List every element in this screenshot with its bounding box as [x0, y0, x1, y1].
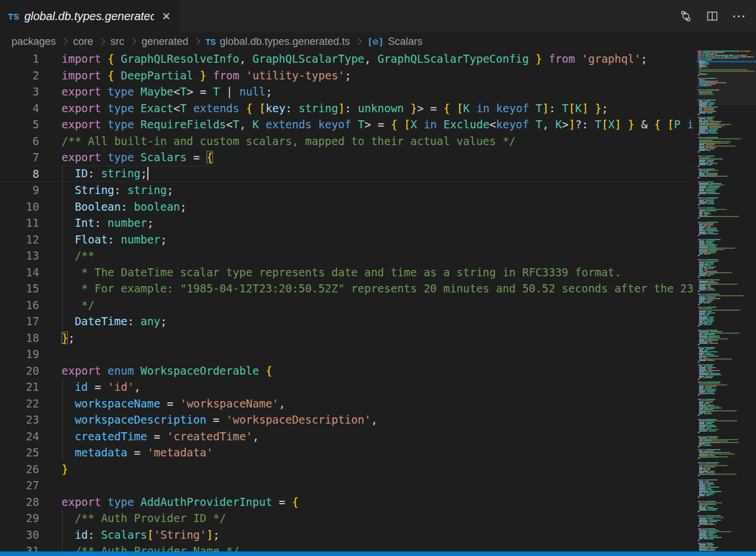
line-number: 22	[0, 397, 39, 410]
line-number: 17	[0, 315, 39, 327]
code-line-7[interactable]: 7export type Scalars = {	[0, 149, 693, 166]
code-line-29[interactable]: 29 /** Auth Provider ID */	[0, 510, 693, 527]
compare-changes-icon[interactable]	[679, 9, 693, 23]
indent-guide	[62, 527, 63, 543]
code-text: id = 'id',	[39, 380, 140, 393]
code-line-23[interactable]: 23 workspaceDescription = 'workspaceDesc…	[0, 412, 693, 428]
code-line-26[interactable]: 26}	[0, 461, 693, 478]
vscode-window: TS global.db.types.generated.ts ✕	[0, 0, 756, 556]
code-line-6[interactable]: 6/** All built-in and custom scalars, ma…	[0, 133, 693, 150]
code-text: workspaceDescription = 'workspaceDescrip…	[39, 413, 377, 426]
breadcrumb-item-symbol[interactable]: [⊘] Scalars	[367, 36, 422, 48]
code-line-3[interactable]: 3export type Maybe<T> = T | null;	[0, 83, 693, 100]
code-line-1[interactable]: 1import { GraphQLResolveInfo, GraphQLSca…	[0, 51, 693, 67]
code-line-12[interactable]: 12 Float: number;	[0, 231, 693, 248]
indent-guide	[62, 199, 63, 215]
code-text: export type Exact<T extends { [key: stri…	[39, 102, 608, 115]
code-line-4[interactable]: 4export type Exact<T extends { [key: str…	[0, 100, 693, 117]
line-number: 31	[0, 544, 39, 551]
code-line-17[interactable]: 17 DateTime: any;	[0, 313, 693, 330]
line-number: 16	[0, 299, 39, 311]
line-number: 5	[0, 118, 39, 131]
line-number: 20	[0, 364, 39, 377]
text-cursor	[147, 167, 148, 180]
status-bar[interactable]	[0, 551, 756, 556]
indent-guide	[62, 412, 63, 428]
indent-guide	[62, 166, 63, 182]
code-text: id: Scalars['String'];	[39, 528, 220, 541]
minimap-canvas[interactable]	[697, 51, 756, 551]
code-text: /** Auth Provider ID */	[39, 512, 226, 524]
indent-guide	[62, 379, 63, 395]
code-line-15[interactable]: 15 * For example: "1985-04-12T23:20:50.5…	[0, 280, 693, 297]
line-number: 2	[0, 69, 39, 82]
code-line-14[interactable]: 14 * The DateTime scalar type represents…	[0, 264, 693, 281]
chevron-right-icon	[61, 38, 67, 44]
code-line-13[interactable]: 13 /**	[0, 247, 693, 264]
code-line-9[interactable]: 9 String: string;	[0, 182, 693, 199]
line-number: 14	[0, 266, 39, 279]
code-line-5[interactable]: 5export type RequireFields<T, K extends …	[0, 116, 693, 133]
code-editor[interactable]: 1import { GraphQLResolveInfo, GraphQLSca…	[0, 51, 693, 551]
code-line-18[interactable]: 18};	[0, 330, 693, 346]
code-line-19[interactable]: 19	[0, 346, 693, 363]
typescript-file-icon: TS	[205, 37, 216, 47]
indent-guide	[62, 510, 63, 527]
indent-guide	[62, 395, 63, 412]
line-number: 6	[0, 135, 39, 147]
code-line-30[interactable]: 30 id: Scalars['String'];	[0, 527, 693, 543]
tab-global-db-types[interactable]: TS global.db.types.generated.ts ✕	[0, 0, 180, 32]
indent-guide	[62, 231, 63, 248]
code-line-24[interactable]: 24 createdTime = 'createdTime',	[0, 428, 693, 445]
breadcrumb-item-core[interactable]: core	[73, 36, 93, 48]
indent-guide	[62, 428, 63, 445]
code-text: import { GraphQLResolveInfo, GraphQLScal…	[39, 52, 647, 65]
code-line-16[interactable]: 16 */	[0, 297, 693, 314]
code-line-27[interactable]: 27	[0, 477, 693, 494]
line-number: 19	[0, 348, 39, 360]
code-line-20[interactable]: 20export enum WorkspaceOrderable {	[0, 363, 693, 379]
indent-guide	[62, 313, 63, 330]
close-icon[interactable]: ✕	[159, 10, 173, 23]
code-text: String: string;	[39, 184, 174, 196]
minimap[interactable]	[697, 51, 756, 551]
code-line-25[interactable]: 25 metadata = 'metadata'	[0, 444, 693, 461]
code-line-11[interactable]: 11 Int: number;	[0, 215, 693, 231]
indent-guide	[62, 264, 63, 281]
line-number: 27	[0, 479, 39, 492]
symbol-type-icon: [⊘]	[367, 36, 384, 47]
breadcrumb-item-generated[interactable]: generated	[142, 36, 188, 48]
code-line-21[interactable]: 21 id = 'id',	[0, 379, 693, 395]
code-text: ID: string;	[39, 167, 148, 180]
code-text: workspaceName = 'workspaceName',	[39, 397, 285, 410]
line-number: 23	[0, 413, 39, 426]
line-number: 29	[0, 512, 39, 524]
line-number: 15	[0, 282, 39, 295]
code-text: Float: number;	[39, 233, 167, 246]
code-line-22[interactable]: 22 workspaceName = 'workspaceName',	[0, 395, 693, 412]
indent-guide	[62, 280, 63, 297]
code-text: Boolean: boolean;	[39, 200, 186, 213]
code-text: /** Auth Provider Name */	[39, 544, 239, 551]
breadcrumb-item-src[interactable]: src	[110, 36, 124, 48]
line-number: 1	[0, 52, 39, 65]
line-number: 25	[0, 446, 39, 459]
code-line-31[interactable]: 31 /** Auth Provider Name */	[0, 543, 693, 551]
code-line-10[interactable]: 10 Boolean: boolean;	[0, 199, 693, 215]
code-line-28[interactable]: 28export type AddAuthProviderInput = {	[0, 494, 693, 511]
code-text: Int: number;	[39, 216, 154, 229]
more-actions-icon[interactable]: ⋯	[732, 13, 747, 19]
chevron-right-icon	[193, 38, 200, 44]
line-number: 4	[0, 102, 39, 115]
code-line-8[interactable]: 8 ID: string;	[0, 166, 693, 182]
breadcrumb-item-file[interactable]: TS global.db.types.generated.ts	[205, 36, 350, 48]
line-number: 13	[0, 249, 39, 262]
line-number: 9	[0, 184, 39, 196]
code-line-2[interactable]: 2import { DeepPartial } from 'utility-ty…	[0, 67, 693, 84]
split-editor-icon[interactable]	[705, 9, 719, 23]
indent-guide	[62, 444, 63, 461]
line-number: 26	[0, 463, 39, 475]
code-text: /**	[39, 249, 94, 262]
code-text: DateTime: any;	[39, 315, 167, 327]
breadcrumb-item-packages[interactable]: packages	[12, 36, 56, 48]
